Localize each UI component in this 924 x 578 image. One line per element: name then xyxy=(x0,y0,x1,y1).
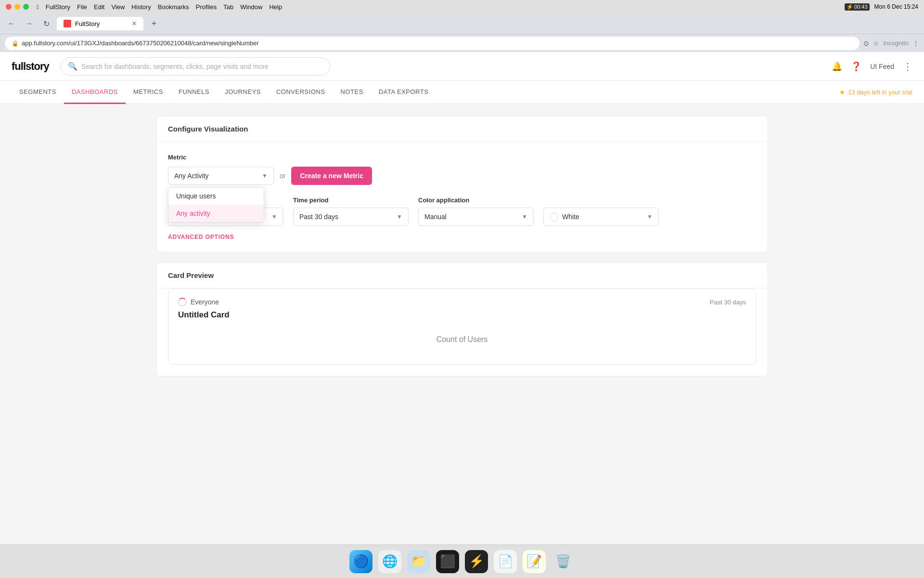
nav-notes[interactable]: NOTES xyxy=(333,81,371,104)
tab-title: FullStory xyxy=(75,20,100,27)
color-app-value: Manual xyxy=(424,213,447,221)
color-value: White xyxy=(562,213,579,221)
address-bar-icons: ⊙ ☆ Incognito ⋮ xyxy=(863,39,919,47)
card-preview-card: Card Preview Everyone Past 30 days Untit… xyxy=(156,262,768,377)
time-period-value: Past 30 days xyxy=(299,213,338,221)
close-window-btn[interactable] xyxy=(6,4,12,10)
metric-label: Metric xyxy=(168,154,756,161)
back-button[interactable]: ← xyxy=(5,17,18,30)
nav-dashboards[interactable]: DASHBOARDS xyxy=(64,81,126,104)
preview-card-inner: Everyone Past 30 days Untitled Card Coun… xyxy=(168,289,756,365)
card-preview-header: Card Preview xyxy=(156,263,768,289)
minimize-window-btn[interactable] xyxy=(14,4,20,10)
mac-menu-bar:  FullStory File Edit View History Bookm… xyxy=(37,3,282,11)
mac-edit-menu[interactable]: Edit xyxy=(94,3,104,11)
url-text: app.fullstory.com/ui/173GXJ/dashboards/6… xyxy=(22,39,259,47)
configure-viz-body: Metric Any Activity ▼ Unique users Any a… xyxy=(156,142,768,252)
metric-dropdown-wrapper: Any Activity ▼ Unique users Any activity xyxy=(168,167,274,185)
clock: Mon 6 Dec 15:24 xyxy=(874,3,918,10)
mac-file-menu[interactable]: File xyxy=(77,3,87,11)
address-bar[interactable]: 🔒 app.fullstory.com/ui/173GXJ/dashboards… xyxy=(5,37,860,50)
mac-help-menu[interactable]: Help xyxy=(269,3,282,11)
configure-visualization-card: Configure Visualization Metric Any Activ… xyxy=(156,116,768,252)
loading-spinner xyxy=(178,298,187,306)
browser-tab[interactable]: FullStory ✕ xyxy=(57,17,143,30)
mac-chrome-menu[interactable]: FullStory xyxy=(46,3,70,11)
chevron-down-icon: ▼ xyxy=(522,213,527,220)
nav-journeys[interactable]: JOURNEYS xyxy=(217,81,269,104)
metric-dropdown-menu: Unique users Any activity xyxy=(168,187,264,223)
forward-button[interactable]: → xyxy=(22,17,36,30)
help-icon[interactable]: ❓ xyxy=(851,61,861,72)
color-swatch xyxy=(550,212,558,221)
nav-segments[interactable]: SEGMENTS xyxy=(12,81,64,104)
nav-metrics[interactable]: METRICS xyxy=(126,81,171,104)
app-header: fullstory 🔍 Search for dashboards, segme… xyxy=(0,52,924,81)
tab-close-button[interactable]: ✕ xyxy=(132,20,137,27)
trial-badge: ★ 13 days left in your trial xyxy=(839,89,912,96)
ui-feed-link[interactable]: UI Feed xyxy=(870,63,894,70)
mac-history-menu[interactable]: History xyxy=(131,3,151,11)
metric-option-any-activity[interactable]: Any activity xyxy=(168,205,264,222)
mac-view-menu[interactable]: View xyxy=(111,3,125,11)
create-metric-button[interactable]: Create a new Metric xyxy=(291,167,372,185)
color-application-dropdown[interactable]: Manual ▼ xyxy=(418,208,534,226)
chevron-down-icon: ▼ xyxy=(271,213,277,220)
time-period-dropdown[interactable]: Past 30 days ▼ xyxy=(293,208,409,226)
notifications-icon[interactable]: 🔔 xyxy=(832,61,842,72)
mac-os-bar:  FullStory File Edit View History Bookm… xyxy=(0,0,924,13)
nav-data-exports[interactable]: DATA EXPORTS xyxy=(371,81,436,104)
extensions-icon[interactable]: ⋮ xyxy=(912,39,919,47)
metric-dropdown-value: Any Activity xyxy=(174,172,209,180)
bookmark-icon[interactable]: ☆ xyxy=(873,39,879,47)
header-right: 🔔 ❓ UI Feed ⋮ xyxy=(832,61,912,72)
preview-card-title: Untitled Card xyxy=(178,310,746,320)
preview-date: Past 30 days xyxy=(710,299,746,306)
metric-row: Any Activity ▼ Unique users Any activity… xyxy=(168,167,756,185)
search-placeholder: Search for dashboards, segments, clicks,… xyxy=(81,63,269,70)
star-icon: ★ xyxy=(839,89,845,96)
more-menu-icon[interactable]: ⋮ xyxy=(903,61,912,72)
logo[interactable]: fullstory xyxy=(12,60,49,73)
time-period-group: Time period Past 30 days ▼ xyxy=(293,197,409,226)
mac-status-bar: ⚡ 00:43 Mon 6 Dec 15:24 xyxy=(845,3,918,11)
mac-window-menu[interactable]: Window xyxy=(240,3,262,11)
main-content: Configure Visualization Metric Any Activ… xyxy=(144,104,780,398)
tab-favicon xyxy=(64,20,71,27)
color-value-group: White ▼ xyxy=(543,197,659,226)
nav-bar: SEGMENTS DASHBOARDS METRICS FUNNELS JOUR… xyxy=(0,81,924,104)
mac-profiles-menu[interactable]: Profiles xyxy=(196,3,217,11)
traffic-lights xyxy=(6,4,29,10)
new-tab-button[interactable]: + xyxy=(147,17,161,30)
chrome-tab-bar: ← → ↻ FullStory ✕ + xyxy=(0,13,924,34)
reload-button[interactable]: ↻ xyxy=(39,17,53,30)
advanced-options-link[interactable]: ADVANCED OPTIONS xyxy=(168,234,756,240)
preview-card-top: Everyone Past 30 days xyxy=(178,298,746,306)
color-value-label-blank xyxy=(543,197,659,204)
or-label: or xyxy=(280,167,285,185)
preview-everyone-label: Everyone xyxy=(191,298,219,306)
search-bar[interactable]: 🔍 Search for dashboards, segments, click… xyxy=(61,57,330,76)
nav-funnels[interactable]: FUNNELS xyxy=(171,81,217,104)
configure-viz-header: Configure Visualization xyxy=(156,116,768,142)
metric-dropdown[interactable]: Any Activity ▼ xyxy=(168,167,274,185)
mac-tab-menu[interactable]: Tab xyxy=(223,3,233,11)
color-application-group: Color application Manual ▼ xyxy=(418,197,534,226)
chevron-down-icon: ▼ xyxy=(262,172,268,179)
mac-bookmarks-menu[interactable]: Bookmarks xyxy=(158,3,189,11)
preview-everyone: Everyone xyxy=(178,298,219,306)
time-period-label: Time period xyxy=(293,197,409,204)
search-icon: 🔍 xyxy=(68,62,77,71)
fullscreen-window-btn[interactable] xyxy=(23,4,29,10)
reader-icon[interactable]: ⊙ xyxy=(863,39,869,47)
profile-icon[interactable]: Incognito xyxy=(883,39,909,47)
chevron-down-icon: ▼ xyxy=(397,213,402,220)
mac-apple-menu[interactable]:  xyxy=(37,3,39,11)
nav-conversions[interactable]: CONVERSIONS xyxy=(269,81,333,104)
preview-card-subtitle: Count of Users xyxy=(178,324,746,355)
trial-text: 13 days left in your trial xyxy=(848,89,912,96)
chevron-down-icon: ▼ xyxy=(647,213,653,220)
lock-icon: 🔒 xyxy=(12,40,19,47)
metric-option-unique-users[interactable]: Unique users xyxy=(168,187,264,205)
color-value-dropdown[interactable]: White ▼ xyxy=(543,208,659,226)
